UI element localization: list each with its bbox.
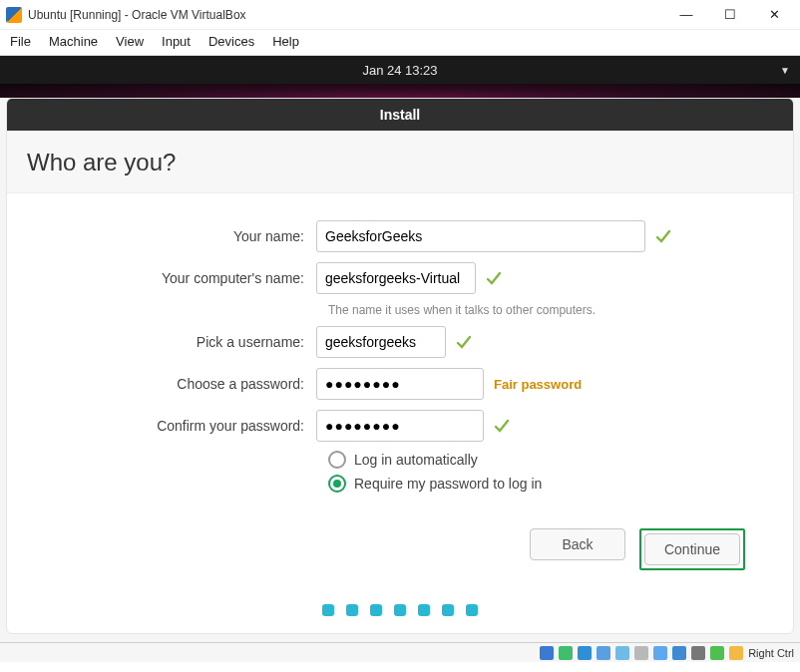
check-icon — [486, 270, 502, 286]
hard-disk-icon[interactable] — [540, 646, 554, 660]
name-input[interactable] — [316, 220, 645, 252]
continue-highlight: Continue — [639, 528, 745, 570]
wallpaper-strip — [0, 84, 800, 98]
optical-icon[interactable] — [559, 646, 573, 660]
gnome-clock[interactable]: Jan 24 13:23 — [362, 63, 437, 78]
page-title: Who are you? — [7, 131, 793, 193]
dot — [442, 604, 454, 616]
hostname-hint: The name it uses when it talks to other … — [328, 303, 763, 317]
installer-window: Install Who are you? Your name: Your com… — [6, 98, 794, 634]
password-input[interactable] — [316, 368, 484, 400]
window-titlebar: Ubuntu [Running] - Oracle VM VirtualBox … — [0, 0, 800, 30]
check-icon — [655, 228, 671, 244]
label-confirm-password: Confirm your password: — [37, 418, 316, 434]
shared-folder-icon[interactable] — [597, 646, 610, 660]
radio-icon-selected — [328, 475, 346, 493]
back-button[interactable]: Back — [530, 528, 625, 560]
continue-button[interactable]: Continue — [644, 533, 740, 565]
maximize-button[interactable]: ☐ — [708, 1, 752, 29]
window-title: Ubuntu [Running] - Oracle VM VirtualBox — [28, 8, 664, 22]
dot — [466, 604, 478, 616]
minimize-button[interactable]: — — [664, 1, 708, 29]
hostkey-indicator[interactable]: Right Ctrl — [748, 647, 794, 659]
menu-view[interactable]: View — [116, 34, 144, 49]
label-hostname: Your computer's name: — [37, 270, 316, 286]
radio-require-password[interactable]: Require my password to log in — [328, 475, 763, 493]
usb-icon[interactable] — [578, 646, 592, 660]
menu-devices[interactable]: Devices — [208, 34, 254, 49]
dot — [346, 604, 358, 616]
confirm-password-input[interactable] — [316, 410, 484, 442]
audio-icon[interactable] — [615, 646, 629, 660]
close-button[interactable]: ✕ — [752, 1, 796, 29]
dot — [394, 604, 406, 616]
username-input[interactable] — [316, 326, 446, 358]
label-password: Choose a password: — [37, 376, 316, 392]
label-username: Pick a username: — [37, 334, 316, 350]
guest-screen: Jan 24 13:23 ▼ Install Who are you? Your… — [0, 56, 800, 642]
menu-file[interactable]: File — [10, 34, 31, 49]
menu-help[interactable]: Help — [272, 34, 299, 49]
installer-header: Install — [7, 99, 793, 131]
virtualbox-menubar: File Machine View Input Devices Help — [0, 30, 800, 56]
virtualbox-statusbar: Right Ctrl — [0, 642, 800, 662]
keyboard-icon[interactable] — [729, 646, 743, 660]
network-status-icon[interactable] — [634, 646, 648, 660]
radio-icon — [328, 451, 346, 469]
radio-login-auto[interactable]: Log in automatically — [328, 451, 763, 469]
gnome-topbar: Jan 24 13:23 ▼ — [0, 56, 800, 84]
progress-dots — [37, 570, 763, 632]
dot — [370, 604, 382, 616]
chevron-down-icon[interactable]: ▼ — [780, 65, 790, 76]
radio-label-auto: Log in automatically — [354, 452, 478, 468]
menu-machine[interactable]: Machine — [49, 34, 98, 49]
dot — [418, 604, 430, 616]
installer-form: Your name: Your computer's name: The nam… — [7, 193, 793, 633]
cpu-icon[interactable] — [691, 646, 705, 660]
hostname-input[interactable] — [316, 262, 476, 294]
dot — [322, 604, 334, 616]
display-icon[interactable] — [653, 646, 667, 660]
menu-input[interactable]: Input — [162, 34, 191, 49]
virtualbox-logo-icon — [6, 7, 22, 23]
recording-icon[interactable] — [672, 646, 686, 660]
check-icon — [494, 418, 510, 434]
mouse-integration-icon[interactable] — [710, 646, 724, 660]
check-icon — [456, 334, 472, 350]
password-strength: Fair password — [494, 377, 582, 392]
radio-label-require: Require my password to log in — [354, 476, 542, 492]
label-name: Your name: — [37, 228, 316, 244]
